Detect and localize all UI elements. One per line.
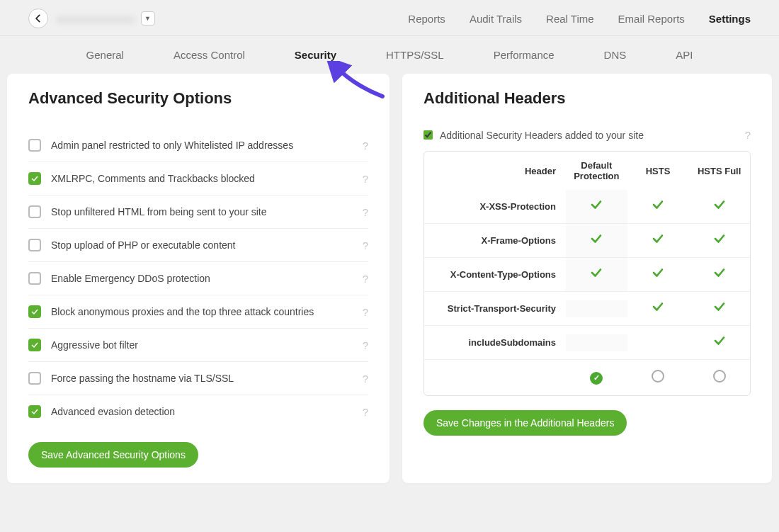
security-option-checkbox[interactable] [28,205,41,218]
tab-general[interactable]: General [86,49,124,61]
additional-headers-card: Additional Headers Additional Security H… [402,74,772,483]
headers-table-row: X-Frame-Options [424,223,750,257]
security-option-row: Aggressive bot filter? [28,329,368,362]
tab-security[interactable]: Security [295,49,336,61]
help-icon[interactable]: ? [363,273,368,285]
headers-table-cell [688,292,750,325]
tab-dns[interactable]: DNS [604,49,627,61]
protection-level-radio-hsts-full[interactable] [713,370,726,383]
check-icon [588,198,604,214]
advanced-security-title: Advanced Security Options [28,89,368,108]
help-icon[interactable]: ? [363,339,368,351]
help-icon[interactable]: ? [363,306,368,318]
headers-table-cell [627,224,689,257]
security-option-label: Advanced evasion detection [51,406,363,417]
col-hsts-full: HSTS Full [688,157,750,185]
advanced-security-card: Advanced Security Options Admin panel re… [7,74,390,483]
headers-table-row: Strict-Transport-Security [424,291,750,325]
check-icon [650,232,666,248]
nav-audit-trails[interactable]: Audit Trails [470,13,522,25]
security-option-label: Enable Emergency DDoS protection [51,273,363,284]
tab-performance[interactable]: Performance [494,49,555,61]
headers-table-cell [627,190,689,223]
security-option-row: Stop upload of PHP or executable content… [28,229,368,262]
additional-headers-toggle[interactable] [423,130,433,140]
col-header: Header [424,157,566,185]
arrow-left-icon [33,13,43,23]
security-option-label: Stop upload of PHP or executable content [51,239,363,251]
save-additional-headers-button[interactable]: Save Changes in the Additional Headers [423,410,627,436]
headers-table-cell [627,258,689,291]
headers-table-cell [566,334,627,351]
security-option-checkbox[interactable] [28,272,41,285]
security-option-checkbox[interactable] [28,405,41,418]
back-button[interactable] [28,9,48,28]
check-icon [650,198,666,214]
security-option-row: Admin panel restricted to only Whitelist… [28,129,368,162]
additional-headers-toggle-label: Additional Security Headers added to you… [440,130,745,141]
tab-https-ssl[interactable]: HTTPS/SSL [386,49,444,61]
check-icon [712,198,727,214]
save-advanced-security-button[interactable]: Save Advanced Security Options [28,442,198,468]
security-option-checkbox[interactable] [28,305,41,318]
headers-table-cell [688,190,750,223]
help-icon[interactable]: ? [363,140,368,152]
security-option-row: Enable Emergency DDoS protection? [28,262,368,295]
headers-table-cell [566,224,627,257]
protection-level-radio-hsts[interactable] [652,370,664,383]
security-option-label: Block anonymous proxies and the top thre… [51,306,363,317]
top-nav: Reports Audit Trails Real Time Email Rep… [408,13,751,25]
header-name: X-Frame-Options [424,227,566,254]
tab-access-control[interactable]: Access Control [174,49,245,61]
help-icon[interactable]: ? [363,206,368,218]
security-option-checkbox[interactable] [28,172,41,185]
check-icon [588,266,604,282]
security-option-row: Block anonymous proxies and the top thre… [28,295,368,329]
nav-settings[interactable]: Settings [709,13,751,25]
security-option-checkbox[interactable] [28,139,41,152]
security-option-label: Force passing the hostname via TLS/SSL [51,373,363,384]
security-option-label: Aggressive bot filter [51,339,363,351]
header-name: Strict-Transport-Security [424,295,566,322]
check-icon [588,232,604,248]
headers-table-cell [627,334,689,351]
help-icon[interactable]: ? [363,406,368,418]
help-icon[interactable]: ? [745,129,751,141]
security-option-checkbox[interactable] [28,372,41,385]
security-option-label: Stop unfiltered HTML from being sent to … [51,206,363,217]
tab-api[interactable]: API [676,49,693,61]
check-icon [712,232,727,248]
headers-table-cell [688,326,750,359]
nav-reports[interactable]: Reports [408,13,445,25]
security-option-row: XMLRPC, Comments and Trackbacks blocked? [28,162,368,196]
col-hsts: HSTS [627,157,689,185]
security-option-label: Admin panel restricted to only Whitelist… [51,140,363,151]
site-dropdown-button[interactable]: ▼ [141,11,155,26]
top-bar: xxxxxxxxxxxxx ▼ Reports Audit Trails Rea… [0,0,779,36]
check-icon [712,300,727,316]
col-default-protection: Default Protection [566,152,627,190]
headers-table-cell [566,190,627,223]
security-option-row: Force passing the hostname via TLS/SSL? [28,362,368,395]
check-icon [650,266,666,282]
check-icon [650,300,666,316]
help-icon[interactable]: ? [363,373,368,385]
security-option-checkbox[interactable] [28,339,41,351]
headers-table-cell [688,224,750,257]
headers-table-row: includeSubdomains [424,325,750,359]
security-option-checkbox[interactable] [28,239,41,251]
headers-table-cell [688,258,750,291]
headers-table-cell [627,292,689,325]
help-icon[interactable]: ? [363,239,368,251]
settings-subnav: General Access Control Security HTTPS/SS… [0,36,779,74]
security-option-row: Advanced evasion detection? [28,395,368,428]
headers-table: Header Default Protection HSTS HSTS Full… [423,151,751,396]
check-icon [712,266,727,282]
headers-table-cell [566,258,627,291]
header-name: X-XSS-Protection [424,193,566,220]
help-icon[interactable]: ? [363,173,368,185]
nav-email-reports[interactable]: Email Reports [618,13,685,25]
nav-real-time[interactable]: Real Time [546,13,594,25]
protection-level-radio-default[interactable] [590,372,603,385]
security-option-label: XMLRPC, Comments and Trackbacks blocked [51,173,363,184]
